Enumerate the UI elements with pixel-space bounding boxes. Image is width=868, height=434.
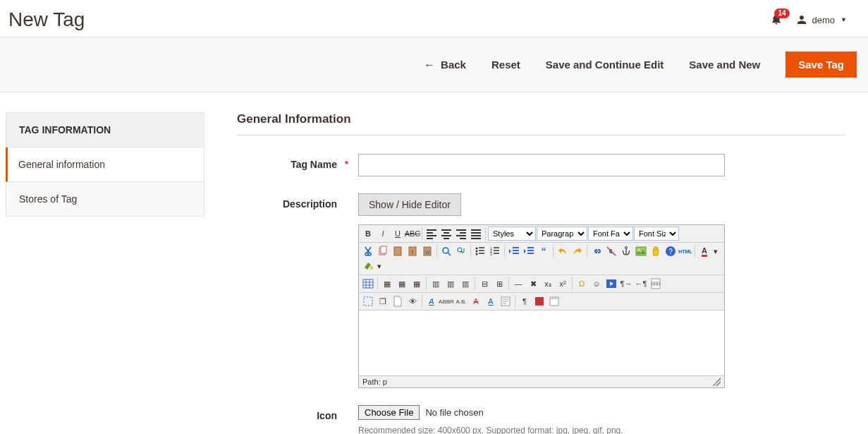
link-icon[interactable] xyxy=(589,244,604,258)
strikethrough-icon[interactable]: ABC xyxy=(405,227,420,241)
notification-bell[interactable]: 14 xyxy=(770,13,783,28)
editor-path-label: Path: p xyxy=(362,378,387,386)
template-icon[interactable] xyxy=(547,294,561,308)
svg-point-16 xyxy=(625,247,628,249)
visualchars-icon[interactable]: ¶ xyxy=(518,294,532,308)
save-continue-button[interactable]: Save and Continue Edit xyxy=(546,59,664,71)
delete-row-icon[interactable]: ▦ xyxy=(410,277,424,291)
emoticon-icon[interactable]: ☺ xyxy=(589,277,604,291)
cite-icon[interactable]: ABBR xyxy=(439,294,453,308)
sidebar-tab-stores[interactable]: Stores of Tag xyxy=(6,182,204,217)
bold-icon[interactable]: B xyxy=(361,227,375,241)
styles-select[interactable]: Styles xyxy=(488,227,536,241)
editor-toolbar-row-2: T W 123 “ xyxy=(359,243,724,275)
find-icon[interactable] xyxy=(439,244,453,258)
font-size-select[interactable]: Font Size xyxy=(634,227,679,241)
svg-rect-23 xyxy=(652,279,660,282)
anchor-icon[interactable] xyxy=(619,244,633,258)
svg-text:3: 3 xyxy=(490,252,492,256)
new-doc-icon[interactable] xyxy=(391,294,405,308)
ltr-icon[interactable]: ¶→ xyxy=(619,277,633,291)
backcolor-dropdown-icon[interactable]: ▾ xyxy=(376,259,383,273)
page-break-icon[interactable] xyxy=(649,277,663,291)
forecolor-icon[interactable]: A xyxy=(697,244,711,258)
ins-icon[interactable]: A xyxy=(484,294,498,308)
table-icon[interactable] xyxy=(361,277,375,291)
align-center-icon[interactable] xyxy=(439,227,453,241)
preview-icon[interactable]: 👁 xyxy=(405,294,420,308)
remove-format-icon[interactable]: ✖ xyxy=(526,277,540,291)
html-icon[interactable]: HTML xyxy=(678,244,692,258)
sub-icon[interactable]: x₂ xyxy=(541,277,555,291)
col-before-icon[interactable]: ▥ xyxy=(429,277,443,291)
blockquote-icon[interactable]: “ xyxy=(537,244,551,258)
media-icon[interactable] xyxy=(604,277,618,291)
attribs-icon[interactable] xyxy=(499,294,513,308)
col-after-icon[interactable]: ▥ xyxy=(444,277,458,291)
row-before-icon[interactable]: ▦ xyxy=(380,277,394,291)
save-tag-button[interactable]: Save Tag xyxy=(786,52,857,78)
outdent-icon[interactable] xyxy=(507,244,521,258)
svg-text:?: ? xyxy=(668,248,673,255)
undo-icon[interactable] xyxy=(556,244,570,258)
split-cells-icon[interactable]: ⊟ xyxy=(477,277,491,291)
merge-cells-icon[interactable]: ⊞ xyxy=(492,277,506,291)
underline-icon[interactable]: U xyxy=(391,227,405,241)
replace-icon[interactable] xyxy=(454,244,468,258)
svg-rect-27 xyxy=(535,297,544,306)
description-label: Description xyxy=(237,193,358,210)
fullscreen-icon[interactable] xyxy=(361,294,375,308)
cut-icon[interactable] xyxy=(361,244,375,258)
align-right-icon[interactable] xyxy=(454,227,468,241)
bullet-list-icon[interactable] xyxy=(473,244,487,258)
font-family-select[interactable]: Font Family xyxy=(588,227,633,241)
paste-word-icon[interactable]: W xyxy=(420,244,434,258)
redo-icon[interactable] xyxy=(570,244,585,258)
choose-file-button[interactable]: Choose File xyxy=(358,405,420,420)
cleanup-icon[interactable] xyxy=(649,244,663,258)
save-new-button[interactable]: Save and New xyxy=(689,59,760,71)
user-menu[interactable]: demo ▼ xyxy=(795,13,847,26)
layer-icon[interactable]: ❐ xyxy=(376,294,390,308)
svg-rect-3 xyxy=(396,246,399,248)
char-icon[interactable]: Ω xyxy=(575,277,589,291)
indent-icon[interactable] xyxy=(522,244,536,258)
tag-name-input[interactable] xyxy=(358,154,725,176)
unlink-icon[interactable] xyxy=(604,244,618,258)
row-after-icon[interactable]: ▦ xyxy=(395,277,409,291)
copy-icon[interactable] xyxy=(376,244,390,258)
paste-text-icon[interactable]: T xyxy=(405,244,420,258)
align-justify-icon[interactable] xyxy=(469,227,483,241)
toggle-editor-button[interactable]: Show / Hide Editor xyxy=(358,193,461,216)
number-list-icon[interactable]: 123 xyxy=(488,244,502,258)
forecolor-dropdown-icon[interactable]: ▾ xyxy=(712,244,719,258)
svg-text:T: T xyxy=(411,250,415,255)
backcolor-icon[interactable] xyxy=(361,259,375,273)
help-icon[interactable]: ? xyxy=(664,244,678,258)
delete-col-icon[interactable]: ▥ xyxy=(458,277,472,291)
back-button[interactable]: ←Back xyxy=(424,59,466,71)
sidebar-tab-general[interactable]: General information xyxy=(6,147,204,182)
align-left-icon[interactable] xyxy=(424,227,439,241)
chevron-down-icon: ▼ xyxy=(841,16,847,23)
italic-icon[interactable]: I xyxy=(376,227,390,241)
username-label: demo xyxy=(812,15,836,25)
sup-icon[interactable]: x² xyxy=(556,277,570,291)
del-icon[interactable]: A xyxy=(469,294,483,308)
acronym-icon[interactable]: A.B. xyxy=(454,294,468,308)
file-status-text: No file chosen xyxy=(425,407,483,418)
resize-handle[interactable] xyxy=(712,378,721,386)
image-icon[interactable] xyxy=(634,244,648,258)
nbsp-icon[interactable] xyxy=(532,294,546,308)
svg-rect-29 xyxy=(550,297,558,299)
svg-rect-24 xyxy=(652,285,660,289)
style-a-icon[interactable]: A xyxy=(424,294,439,308)
editor-toolbar-row-1: B I U ABC Styles Paragraph Font Family xyxy=(359,225,724,243)
paragraph-select[interactable]: Paragraph xyxy=(537,227,587,241)
hr-icon[interactable]: — xyxy=(511,277,525,291)
editor-textarea[interactable] xyxy=(359,311,724,375)
svg-point-12 xyxy=(476,253,478,255)
reset-button[interactable]: Reset xyxy=(491,59,520,71)
paste-icon[interactable] xyxy=(391,244,405,258)
rtl-icon[interactable]: ←¶ xyxy=(634,277,648,291)
